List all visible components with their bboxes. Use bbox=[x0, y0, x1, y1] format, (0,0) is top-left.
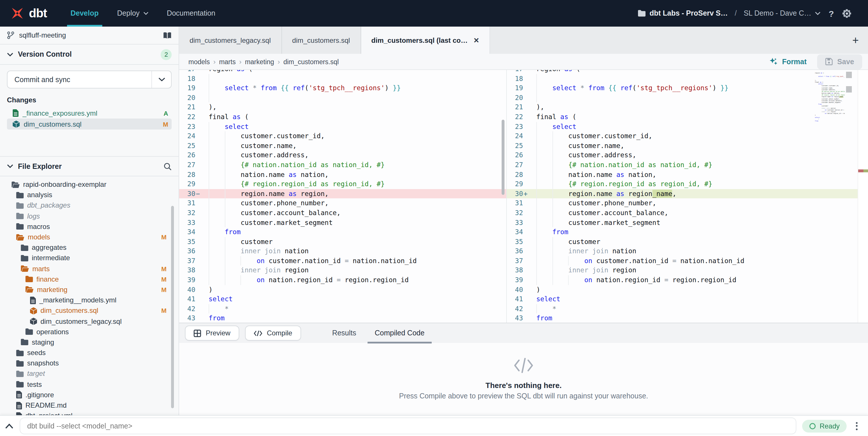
code-line-35[interactable]: 35 customer bbox=[179, 237, 506, 246]
code-line-27[interactable]: 27 {# nation.nation_id as nation_id, #} bbox=[179, 160, 506, 170]
code-line-21[interactable]: 21), bbox=[179, 103, 506, 112]
tree-item-seeds[interactable]: seeds bbox=[0, 348, 179, 358]
search-icon[interactable] bbox=[163, 162, 172, 170]
tree-item-dbt-project-yml[interactable]: dbt_project.yml bbox=[0, 411, 179, 415]
tab-compiled-code[interactable]: Compiled Code bbox=[366, 323, 434, 343]
code-line-36[interactable]: 36 inner join nation bbox=[179, 246, 506, 256]
tree-item-snapshots[interactable]: snapshots bbox=[0, 358, 179, 368]
docs-book-icon[interactable] bbox=[163, 31, 172, 39]
code-line-18[interactable]: 18 bbox=[179, 74, 506, 83]
sidebar-scrollbar[interactable] bbox=[171, 206, 174, 408]
code-line-43[interactable]: 43from bbox=[179, 314, 506, 323]
code-line-42[interactable]: 42 * bbox=[179, 304, 506, 314]
editor-tab-0[interactable]: dim_customers_legacy.sql bbox=[179, 27, 282, 54]
code-line-32[interactable]: 32 customer.account_balance, bbox=[179, 208, 506, 218]
code-line-24[interactable]: 24 customer.customer_id, bbox=[507, 131, 868, 141]
file-explorer-header[interactable]: File Explorer bbox=[0, 156, 179, 176]
code-line-32[interactable]: 32 customer.account_balance, bbox=[507, 208, 868, 218]
tree-item-logs[interactable]: logs bbox=[0, 211, 179, 221]
tree-item-marketing[interactable]: marketingM bbox=[0, 285, 179, 295]
breadcrumb-item[interactable]: marts bbox=[219, 58, 236, 65]
code-line-29[interactable]: 29 {# region.region_id as region_id, #} bbox=[179, 179, 506, 189]
code-line-24[interactable]: 24 customer.customer_id, bbox=[179, 131, 506, 141]
code-line-29[interactable]: 29 {# region.region_id as region_id, #} bbox=[507, 179, 868, 189]
tree-item-models[interactable]: modelsM bbox=[0, 232, 179, 242]
git-branch-row[interactable]: sqlfluff-meeting bbox=[0, 27, 179, 45]
nav-item-deploy[interactable]: Deploy bbox=[109, 0, 156, 27]
settings-gear-icon[interactable] bbox=[842, 8, 852, 18]
nav-item-develop[interactable]: Develop bbox=[62, 0, 106, 27]
tree-item-operations[interactable]: operations bbox=[0, 326, 179, 337]
code-line-23[interactable]: 23 select bbox=[179, 122, 506, 131]
tree-item-dim-customers-legacy-sql[interactable]: dim_customers_legacy.sql bbox=[0, 316, 179, 326]
code-line-20[interactable]: 20 bbox=[179, 93, 506, 103]
code-line-19[interactable]: 19 select * from {{ ref('stg_tpch__regio… bbox=[507, 83, 868, 93]
code-line-25[interactable]: 25 customer.name, bbox=[179, 141, 506, 151]
code-line-22[interactable]: 22final as ( bbox=[179, 112, 506, 122]
tree-item-rapid-onboarding-exemplar[interactable]: rapid-onboarding-exemplar bbox=[0, 179, 179, 190]
help-button[interactable]: ? bbox=[827, 8, 836, 18]
code-line-38[interactable]: 38 inner join region bbox=[507, 266, 868, 275]
minimap[interactable]: region as ( select * from {{ ref('stg_tp… bbox=[815, 72, 845, 122]
tree-item-analysis[interactable]: analysis bbox=[0, 190, 179, 200]
code-line-34[interactable]: 34 from bbox=[507, 227, 868, 237]
version-control-header[interactable]: Version Control 2 bbox=[0, 45, 179, 65]
dbt-logo[interactable]: dbt bbox=[0, 6, 62, 20]
code-line-28[interactable]: 28 nation.name as nation, bbox=[179, 170, 506, 179]
tab-close-icon[interactable]: ✕ bbox=[473, 36, 479, 44]
code-line-41[interactable]: 41select bbox=[179, 295, 506, 304]
tree-item-staging[interactable]: staging bbox=[0, 337, 179, 348]
editor-tab-1[interactable]: dim_customers.sql bbox=[282, 27, 361, 54]
tab-results[interactable]: Results bbox=[323, 323, 365, 343]
code-line-26[interactable]: 26 customer.address, bbox=[507, 151, 868, 160]
preview-button[interactable]: Preview bbox=[185, 325, 239, 341]
code-line-39[interactable]: 39 on nation.region_id = region.region_i… bbox=[179, 275, 506, 285]
overflow-menu-icon[interactable] bbox=[852, 422, 861, 430]
nav-item-documentation[interactable]: Documentation bbox=[159, 0, 223, 27]
code-line-25[interactable]: 25 customer.name, bbox=[507, 141, 868, 151]
code-line-33[interactable]: 33 customer.market_segment bbox=[179, 218, 506, 227]
tree-item-target[interactable]: target bbox=[0, 369, 179, 379]
code-line-17[interactable]: 17region as ( bbox=[179, 70, 506, 74]
tree-item-macros[interactable]: macros bbox=[0, 222, 179, 232]
code-line-40[interactable]: 40) bbox=[507, 285, 868, 294]
code-line-20[interactable]: 20 bbox=[507, 93, 868, 103]
diff-pane-modified[interactable]: 17region as (18 19 select * from {{ ref(… bbox=[506, 70, 868, 323]
code-line-34[interactable]: 34 from bbox=[179, 227, 506, 237]
changed-file-row[interactable]: _finance_exposures.ymlA bbox=[7, 108, 172, 119]
code-line-26[interactable]: 26 customer.address, bbox=[179, 151, 506, 160]
breadcrumb-item[interactable]: models bbox=[188, 58, 210, 65]
code-line-22[interactable]: 22final as ( bbox=[507, 112, 868, 122]
code-line-33[interactable]: 33 customer.market_segment bbox=[507, 218, 868, 227]
code-line-31[interactable]: 31 customer.phone_number, bbox=[507, 199, 868, 208]
tree-item-intermediate[interactable]: intermediate bbox=[0, 253, 179, 263]
code-line-40[interactable]: 40) bbox=[179, 285, 506, 294]
breadcrumb-item[interactable]: marketing bbox=[245, 58, 274, 65]
format-button[interactable]: Format bbox=[770, 57, 807, 66]
tree-item-readme-md[interactable]: README.md bbox=[0, 400, 179, 411]
commit-and-sync-button[interactable]: Commit and sync bbox=[7, 70, 172, 88]
tree-item-marts[interactable]: martsM bbox=[0, 263, 179, 274]
changed-file-row[interactable]: dim_customers.sqlM bbox=[7, 119, 172, 129]
project-switcher[interactable]: SL Demo - Dave C… bbox=[744, 9, 820, 17]
tree-item-dbt-packages[interactable]: dbt_packages bbox=[0, 200, 179, 211]
compile-button[interactable]: Compile bbox=[245, 325, 301, 341]
code-line-19[interactable]: 19 select * from {{ ref('stg_tpch__regio… bbox=[179, 83, 506, 93]
tree-item--marketing-models-yml[interactable]: _marketing__models.yml bbox=[0, 295, 179, 305]
code-line-27[interactable]: 27 {# nation.nation_id as nation_id, #} bbox=[507, 160, 868, 170]
minimap-slider[interactable] bbox=[846, 70, 852, 323]
command-input[interactable] bbox=[20, 417, 797, 434]
code-line-42[interactable]: 42 * bbox=[507, 304, 868, 314]
commit-options-caret[interactable] bbox=[151, 71, 171, 88]
code-line-18[interactable]: 18 bbox=[507, 74, 868, 83]
code-line-37[interactable]: 37 on customer.nation_id = nation.nation… bbox=[507, 256, 868, 266]
account-switcher[interactable]: dbt Labs - ProServ S… bbox=[638, 9, 728, 17]
code-line-23[interactable]: 23 select bbox=[507, 122, 868, 131]
code-line-21[interactable]: 21), bbox=[507, 103, 868, 112]
tree-item--gitignore[interactable]: .gitignore bbox=[0, 390, 179, 400]
left-pane-scrollbar[interactable] bbox=[502, 120, 504, 195]
code-line-38[interactable]: 38 inner join region bbox=[179, 266, 506, 275]
editor-tab-2[interactable]: dim_customers.sql (last co…✕ bbox=[361, 27, 490, 54]
code-line-30[interactable]: 30− region.name as region, bbox=[179, 189, 506, 198]
tree-item-tests[interactable]: tests bbox=[0, 379, 179, 389]
